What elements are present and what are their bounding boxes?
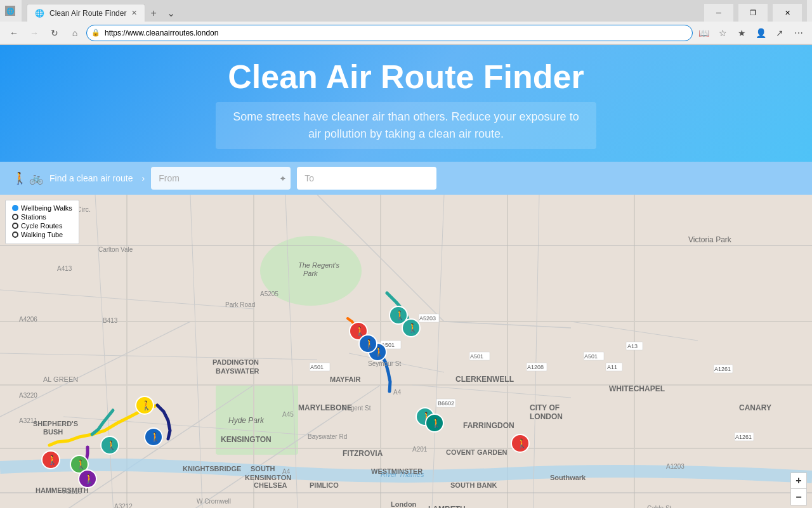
svg-text:Regent St: Regent St <box>343 405 371 412</box>
to-input[interactable] <box>297 167 436 190</box>
svg-text:LAMBETH: LAMBETH <box>428 505 466 508</box>
back-button[interactable]: ← <box>5 24 23 42</box>
svg-text:🚶: 🚶 <box>374 347 385 358</box>
page-content: Clean Air Route Finder Some streets have… <box>0 45 812 487</box>
svg-point-128 <box>426 414 443 432</box>
svg-rect-104 <box>626 342 643 350</box>
walking-tube-radio[interactable] <box>12 231 18 238</box>
menu-icon[interactable]: ⋯ <box>790 25 807 41</box>
favorites-bar-icon[interactable]: ★ <box>733 25 750 41</box>
svg-text:B413: B413 <box>103 317 118 324</box>
svg-text:Hyde Park: Hyde Park <box>228 416 265 425</box>
security-icon: 🔒 <box>91 29 100 37</box>
svg-text:SHEPHERD'S: SHEPHERD'S <box>33 420 78 427</box>
wellbeing-radio[interactable] <box>12 205 18 211</box>
svg-text:A3220: A3220 <box>19 392 37 399</box>
svg-text:CANARY: CANARY <box>739 403 771 412</box>
forward-button[interactable]: → <box>25 24 43 42</box>
legend-item-cycle[interactable]: Cycle Routes <box>12 222 72 230</box>
svg-text:A1208: A1208 <box>527 364 544 370</box>
svg-text:SOUTH: SOUTH <box>251 465 275 472</box>
svg-text:FITZROVIA: FITZROVIA <box>343 449 383 458</box>
search-bar: 🚶 🚲 Find a clean air route › ⌖ <box>0 162 812 195</box>
svg-text:LONDON: LONDON <box>530 412 563 421</box>
svg-text:SOUTH BANK: SOUTH BANK <box>450 481 497 489</box>
svg-text:CHELSEA: CHELSEA <box>254 481 287 489</box>
svg-text:London: London <box>391 500 417 508</box>
svg-text:🚶: 🚶 <box>47 455 58 466</box>
svg-point-116 <box>369 343 386 361</box>
svg-text:A413: A413 <box>57 265 72 272</box>
restore-button[interactable]: ❐ <box>738 4 768 22</box>
stations-radio[interactable] <box>12 214 18 220</box>
tab-close-button[interactable]: ✕ <box>131 9 137 17</box>
svg-rect-98 <box>527 363 547 371</box>
legend-item-stations[interactable]: Stations <box>12 213 72 221</box>
legend-item-walking-tube[interactable]: Walking Tube <box>12 231 72 238</box>
cycle-icon: 🚲 <box>29 171 43 185</box>
svg-line-16 <box>63 385 254 508</box>
tab-title: Clean Air Route Finder <box>49 9 126 18</box>
home-button[interactable]: ⌂ <box>66 24 84 42</box>
share-icon[interactable]: ↗ <box>771 25 788 41</box>
minimize-button[interactable]: ─ <box>704 4 733 22</box>
svg-point-130 <box>511 434 529 452</box>
svg-text:CITY OF: CITY OF <box>530 403 560 412</box>
svg-text:A501: A501 <box>584 353 598 360</box>
svg-rect-108 <box>735 433 754 441</box>
close-window-button[interactable]: ✕ <box>773 4 802 22</box>
zoom-controls: + − <box>790 472 807 505</box>
svg-text:🚶: 🚶 <box>431 418 442 429</box>
svg-rect-33 <box>310 363 330 371</box>
svg-line-19 <box>0 290 254 309</box>
cycle-radio[interactable] <box>12 223 18 229</box>
svg-line-22 <box>349 353 444 372</box>
svg-line-28 <box>285 195 298 508</box>
active-tab[interactable]: 🌐 Clean Air Route Finder ✕ <box>27 4 145 22</box>
svg-text:B6602: B6602 <box>438 400 454 407</box>
svg-point-126 <box>416 408 434 426</box>
bookmarks-icon[interactable]: 📖 <box>695 25 712 41</box>
svg-point-134 <box>79 470 96 488</box>
svg-text:KENSINGTON: KENSINGTON <box>221 435 272 444</box>
svg-text:WHITECHAPEL: WHITECHAPEL <box>609 384 665 393</box>
svg-line-27 <box>190 195 203 508</box>
svg-text:A3212: A3212 <box>114 503 133 508</box>
svg-text:🚶: 🚶 <box>106 440 117 451</box>
stations-label: Stations <box>21 213 46 221</box>
page-header: Clean Air Route Finder Some streets have… <box>0 45 812 162</box>
svg-text:A3211: A3211 <box>19 417 37 424</box>
legend-item-wellbeing[interactable]: Wellbeing Walks <box>12 204 72 212</box>
tab-dropdown-button[interactable]: ⌄ <box>162 4 180 22</box>
svg-text:PIMLICO: PIMLICO <box>310 481 339 489</box>
walking-tube-label: Walking Tube <box>21 231 63 238</box>
favorite-icon[interactable]: ☆ <box>714 25 731 41</box>
page-title: Clean Air Route Finder <box>13 58 799 96</box>
svg-text:🚶: 🚶 <box>364 339 376 349</box>
svg-line-26 <box>95 195 114 508</box>
svg-line-15 <box>190 385 381 508</box>
new-tab-button[interactable]: + <box>145 5 161 22</box>
find-label: Find a clean air route <box>49 173 133 183</box>
svg-point-124 <box>359 335 377 353</box>
svg-line-21 <box>63 417 317 436</box>
svg-text:🚶: 🚶 <box>395 310 406 321</box>
svg-text:BUSH: BUSH <box>43 428 63 436</box>
svg-text:A4: A4 <box>282 468 291 475</box>
refresh-button[interactable]: ↻ <box>46 24 63 42</box>
svg-line-30 <box>533 195 539 508</box>
profile-icon[interactable]: 👤 <box>752 25 769 41</box>
zoom-out-button[interactable]: − <box>790 489 807 505</box>
svg-point-112 <box>70 455 88 473</box>
svg-text:A5203: A5203 <box>419 315 436 322</box>
svg-text:🚶: 🚶 <box>355 326 366 337</box>
zoom-in-button[interactable]: + <box>790 472 807 489</box>
address-input[interactable] <box>86 25 693 41</box>
svg-rect-100 <box>584 352 604 360</box>
svg-text:Victoria Park: Victoria Park <box>688 235 732 244</box>
svg-text:A13: A13 <box>627 343 638 349</box>
map-area[interactable]: The Regent's Park Hyde Park <box>0 195 812 508</box>
from-input[interactable] <box>151 167 291 190</box>
from-input-container: ⌖ <box>151 167 291 190</box>
svg-text:FARRINGDON: FARRINGDON <box>463 421 514 430</box>
